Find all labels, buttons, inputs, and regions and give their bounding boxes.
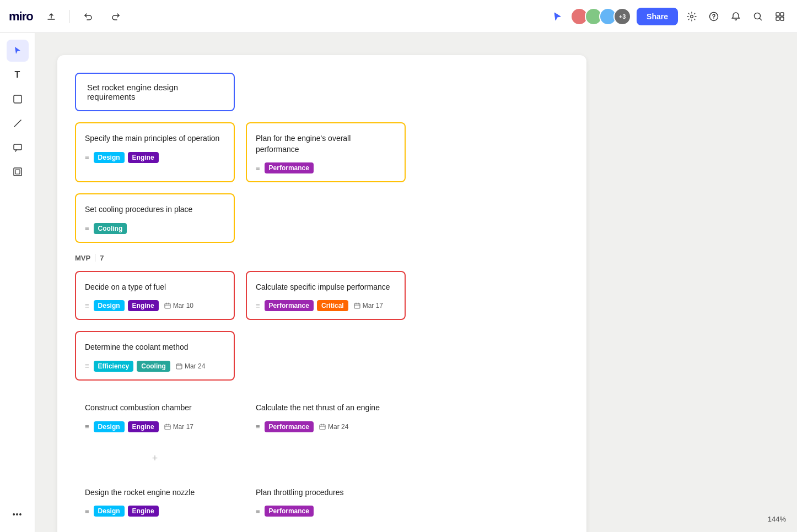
card-footer: ≡ Efficiency Cooling Mar 24	[85, 361, 225, 372]
card-title: Plan for the engine's overall performanc…	[256, 133, 396, 155]
menu-icon: ≡	[256, 302, 260, 310]
task-card-7: Construct combustion chamber ≡ Design En…	[75, 392, 235, 441]
avatar-group: +3	[570, 8, 631, 25]
tag-design[interactable]: Design	[94, 300, 125, 311]
svg-rect-14	[354, 303, 360, 308]
task-card-5: Calculate specific impulse performance ≡…	[246, 271, 406, 321]
task-card-4: Decide on a type of fuel ≡ Design Engine…	[75, 271, 235, 321]
svg-rect-11	[14, 168, 21, 176]
svg-rect-8	[14, 95, 21, 103]
svg-rect-5	[780, 13, 784, 16]
svg-rect-10	[14, 144, 21, 150]
card-title: Plan throttling procedures	[256, 487, 396, 498]
svg-rect-13	[165, 303, 170, 308]
menu-icon: ≡	[85, 362, 89, 370]
date-badge: Mar 24	[319, 423, 348, 431]
card-title: Specify the main principles of operation	[85, 133, 225, 144]
menu-icon: ≡	[85, 153, 89, 161]
tag-design[interactable]: Design	[94, 506, 125, 517]
task-card-8: Calculate the net thrust of an engine ≡ …	[246, 392, 406, 441]
toolbar: miro +3 Share	[0, 0, 797, 33]
grid-view-icon[interactable]	[772, 8, 788, 25]
header-card-title: Set rocket engine design requirements	[87, 83, 178, 101]
card-title: Set cooling procedures in place	[85, 204, 225, 215]
svg-rect-12	[15, 170, 20, 174]
zoom-level: 144%	[768, 515, 786, 523]
date-badge: Mar 17	[164, 423, 193, 431]
card-row-2: Decide on a type of fuel ≡ Design Engine…	[75, 271, 569, 381]
redo-button[interactable]	[106, 8, 125, 25]
date-badge: Mar 10	[164, 302, 193, 310]
menu-icon: ≡	[256, 164, 260, 172]
board: Set rocket engine design requirements Sp…	[57, 55, 586, 532]
card-footer: ≡ Performance	[256, 162, 396, 173]
undo-button[interactable]	[79, 8, 98, 25]
tag-performance[interactable]: Performance	[265, 506, 314, 517]
tag-performance[interactable]: Performance	[265, 300, 314, 311]
date-badge: Mar 17	[354, 302, 383, 310]
tag-performance[interactable]: Performance	[265, 421, 314, 432]
card-footer: ≡ Performance Mar 24	[256, 421, 396, 432]
card-title: Design the rocket engine nozzle	[85, 487, 225, 498]
tool-more[interactable]: •••	[7, 503, 29, 525]
upload-button[interactable]	[42, 8, 61, 25]
task-card-9: Design the rocket engine nozzle ≡ Design…	[75, 476, 235, 526]
svg-rect-16	[165, 425, 170, 430]
svg-rect-17	[320, 425, 325, 430]
tag-cooling[interactable]: Cooling	[137, 361, 170, 372]
settings-icon[interactable]	[683, 8, 700, 25]
tool-text[interactable]: T	[7, 64, 29, 86]
menu-icon: ≡	[85, 422, 89, 431]
share-button[interactable]: Share	[637, 8, 678, 25]
card-title: Calculate specific impulse performance	[256, 282, 396, 293]
card-row-3: Construct combustion chamber ≡ Design En…	[75, 392, 569, 465]
tag-engine[interactable]: Engine	[128, 152, 159, 163]
menu-icon: ≡	[85, 224, 89, 232]
tag-performance[interactable]: Performance	[265, 162, 314, 173]
tag-design[interactable]: Design	[94, 152, 125, 163]
card-footer: ≡ Design Engine	[85, 506, 225, 517]
svg-rect-4	[776, 13, 779, 16]
task-card-1: Specify the main principles of operation…	[75, 122, 235, 182]
add-card-slot: +	[75, 452, 235, 465]
card-title: Construct combustion chamber	[85, 403, 225, 414]
tag-engine[interactable]: Engine	[128, 506, 159, 517]
tag-cooling[interactable]: Cooling	[94, 223, 127, 234]
svg-point-0	[691, 15, 693, 18]
tag-engine[interactable]: Engine	[128, 421, 159, 432]
svg-rect-7	[780, 17, 784, 20]
search-icon[interactable]	[750, 8, 766, 25]
tool-comment[interactable]	[7, 137, 29, 159]
add-button-col3[interactable]: +	[148, 452, 161, 465]
tag-efficiency[interactable]: Efficiency	[94, 361, 134, 372]
miro-logo: miro	[9, 9, 33, 24]
left-sidebar: T •••	[0, 33, 35, 532]
tool-line[interactable]	[7, 112, 29, 134]
card-footer: ≡ Cooling	[85, 223, 225, 234]
tool-sticky[interactable]	[7, 88, 29, 110]
tag-design[interactable]: Design	[94, 421, 125, 432]
card-title: Decide on a type of fuel	[85, 282, 225, 293]
menu-icon: ≡	[85, 507, 89, 515]
tag-critical[interactable]: Critical	[317, 300, 348, 311]
notifications-icon[interactable]	[728, 8, 744, 25]
date-badge: Mar 24	[176, 362, 205, 370]
card-footer: ≡ Performance Critical Mar 17	[256, 300, 396, 311]
header-card: Set rocket engine design requirements	[75, 73, 235, 111]
menu-icon: ≡	[85, 302, 89, 310]
card-title: Calculate the net thrust of an engine	[256, 403, 396, 414]
task-card-3: Set cooling procedures in place ≡ Coolin…	[75, 193, 235, 243]
menu-icon: ≡	[256, 422, 260, 431]
card-title: Determine the coolant method	[85, 342, 225, 353]
tag-engine[interactable]: Engine	[128, 300, 159, 311]
tool-cursor[interactable]	[7, 40, 29, 62]
svg-line-9	[14, 120, 21, 127]
card-row-1: Specify the main principles of operation…	[75, 122, 569, 243]
tool-frame[interactable]	[7, 161, 29, 183]
cursor-icon	[550, 9, 565, 24]
svg-rect-6	[776, 17, 779, 20]
menu-icon: ≡	[256, 507, 260, 515]
task-card-10: Plan throttling procedures ≡ Performance	[246, 476, 406, 526]
card-footer: ≡ Design Engine Mar 17	[85, 421, 225, 432]
help-icon[interactable]	[706, 8, 722, 25]
